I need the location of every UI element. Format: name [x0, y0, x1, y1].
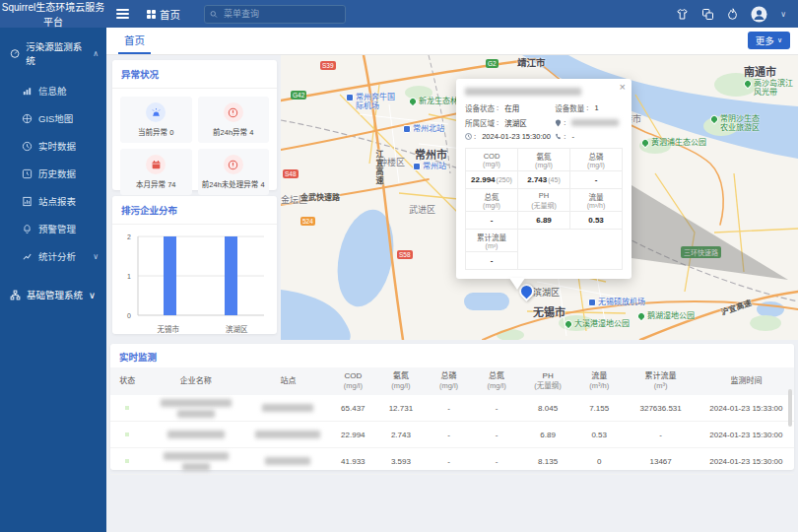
app-logo: Squirrel生态环境云服务平台 [0, 0, 106, 29]
map-poi: 常阴沙生态农业旅游区 [710, 114, 765, 132]
poi-pin-icon [407, 96, 418, 106]
road-shield: S39 [320, 61, 336, 70]
close-icon[interactable]: × [620, 82, 626, 93]
road-shield: 524 [300, 217, 315, 226]
caret-down-icon[interactable]: ∨ [93, 252, 99, 261]
avatar[interactable] [751, 6, 767, 23]
sidebar-item-gis-map[interactable]: GIS地图 [0, 104, 106, 132]
airport-icon [346, 94, 354, 101]
redacted-station-name [255, 431, 320, 438]
trend-line-icon [22, 251, 33, 262]
clock-alert-icon [224, 102, 243, 122]
phone-icon [555, 133, 562, 140]
svg-text:1: 1 [127, 273, 131, 280]
caret-up-icon[interactable]: ∧ [93, 49, 99, 58]
chevron-down-icon[interactable]: ∨ [780, 10, 786, 19]
road-shield: G2 [486, 59, 499, 68]
sidebar-group-pollution-monitoring[interactable]: 污染源监测系统 ∧ [0, 28, 106, 77]
stat-value: 4 [249, 128, 253, 137]
more-button[interactable]: 更多 ∨ [748, 32, 790, 49]
sidebar-item-realtime-data[interactable]: 实时数据 [0, 132, 106, 160]
popup-metrics-grid: COD(mg/l) 氨氮(mg/l) 总磷(mg/l) 22.994(250) … [465, 148, 623, 270]
svg-text:0: 0 [127, 312, 131, 319]
tab-bar: 首页 更多 ∨ [106, 28, 798, 55]
phone-value: - [571, 132, 574, 141]
history-icon [22, 168, 33, 179]
map-label-city: 常州市 [415, 146, 447, 162]
map-label-city: 南通市 [744, 63, 776, 79]
search-input[interactable] [222, 8, 340, 20]
layout-screens-icon[interactable] [701, 8, 714, 21]
stat-24h-unhandled-abnormal[interactable]: 前24h未处理异常 4 [198, 149, 270, 195]
abnormal-status-panel: 异常状况 当前异常 0 前24h异常 4 本月异常 74 前24h未处理异常 4 [112, 60, 277, 190]
search-icon [210, 10, 218, 19]
poi-pin-icon [563, 318, 573, 329]
panel-title: 异常状况 [112, 60, 277, 89]
sidebar-group-base-management[interactable]: 基础管理系统 ∨ [0, 278, 106, 311]
map-label-district: 滨湖区 [533, 286, 560, 299]
map-label-city: 靖江市 [517, 55, 546, 69]
nav-home-label: 首页 [160, 7, 180, 22]
bell-icon [22, 224, 33, 234]
nav-home[interactable]: 首页 [147, 7, 180, 22]
siren-icon [146, 102, 166, 122]
panel-title: 排污企业分布 [112, 196, 277, 225]
x-tick: 滨湖区 [226, 323, 248, 334]
stat-24h-abnormal[interactable]: 前24h异常 4 [198, 97, 270, 143]
road-shield: S58 [397, 250, 413, 259]
redacted-station-name [265, 457, 310, 465]
sidebar-item-statistics[interactable]: 统计分析 ∨ [0, 242, 106, 270]
map-label-city: 无锡市 [533, 303, 565, 319]
grid-icon [147, 10, 156, 19]
flame-icon[interactable] [727, 8, 738, 21]
redacted-address [571, 119, 619, 126]
hamburger-menu-icon[interactable] [116, 9, 129, 19]
tab-home[interactable]: 首页 [118, 28, 151, 54]
redacted-enterprise-name [164, 452, 229, 460]
road-shield: S48 [283, 169, 299, 178]
stat-month-abnormal[interactable]: 本月异常 74 [120, 149, 192, 195]
caret-down-icon[interactable]: ∨ [89, 290, 96, 300]
map-road-label: 江宜高速 [373, 150, 384, 185]
stat-value: 0 [169, 128, 173, 137]
menu-search[interactable] [204, 5, 346, 24]
map-road-label: 金武快速路 [300, 191, 340, 202]
compass-icon [22, 113, 33, 124]
sidebar-item-history-data[interactable]: 历史数据 [0, 160, 106, 187]
top-header: Squirrel生态环境云服务平台 首页 ∨ [0, 0, 798, 28]
table-header-row: 状态 企业名称 站点 COD(mg/l) 氨氮(mg/l) 总磷(mg/l) 总… [110, 367, 794, 395]
theme-skin-icon[interactable] [676, 8, 689, 21]
poi-pin-icon [635, 310, 646, 321]
sidebar-item-station-report[interactable]: 站点报表 [0, 187, 106, 215]
monitor-table: 状态 企业名称 站点 COD(mg/l) 氨氮(mg/l) 总磷(mg/l) 总… [110, 367, 794, 475]
bar-binhu[interactable] [225, 236, 237, 315]
road-shield: G42 [291, 91, 306, 100]
map-poi: 高沙岛滨江风光带 [744, 79, 798, 97]
redacted-enterprise-name [182, 463, 210, 471]
bar-wuxi[interactable] [164, 236, 176, 315]
poi-pin-icon [708, 113, 719, 124]
clock-icon [22, 141, 33, 152]
clock-icon [465, 133, 472, 140]
table-row[interactable]: 65.437 12.731 - - 8.045 7.155 327636.531… [110, 395, 794, 422]
monitor-time-value: 2024-01-23 15:30:00 [482, 132, 551, 141]
alert-circle-icon [224, 155, 243, 174]
redacted-enterprise-name [167, 431, 225, 438]
table-row[interactable]: 22.994 2.743 - - 6.89 0.53 - 2024-01-23 … [110, 422, 794, 448]
station-info-popup: × 设备状态: 在用 设备数量: 1 所属区域: 滨湖区 : : 2024-01… [456, 79, 632, 279]
map-poi: 新龙生态林 [409, 97, 458, 105]
table-row[interactable]: 41.933 3.593 - - 8.135 0 13467 2024-01-2… [110, 448, 794, 475]
org-tree-icon [10, 290, 21, 300]
svg-text:2: 2 [127, 233, 131, 240]
map-poi-transport: 无锡硕放机场 [588, 298, 645, 306]
popup-pointer [509, 278, 525, 290]
poi-pin-icon [639, 137, 650, 148]
map-poi-transport: 常州北站 [403, 124, 444, 133]
sidebar-item-info-cabin[interactable]: 信息舱 [0, 77, 106, 104]
panel-title: 实时监测 [110, 344, 794, 367]
sidebar-item-alert-management[interactable]: 预警管理 [0, 215, 106, 242]
calendar-icon [146, 155, 166, 174]
stat-current-abnormal[interactable]: 当前异常 0 [120, 97, 192, 143]
table-scrollbar[interactable] [788, 389, 792, 427]
gis-map[interactable]: 靖江市 南通市 张家港市 常州市 钟楼区 武进区 金坛区 无锡市 滨湖区 新龙生… [281, 55, 798, 340]
